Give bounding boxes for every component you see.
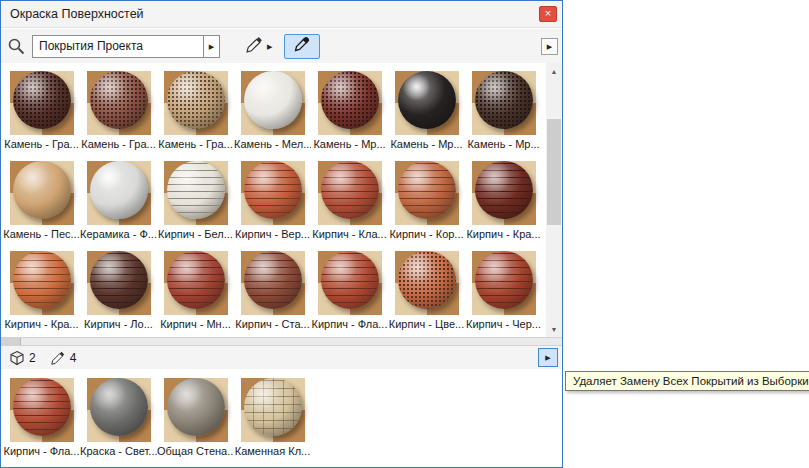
surface-cell[interactable]: Каменная Кл...: [234, 369, 311, 459]
material-sphere-icon: [167, 161, 225, 219]
surface-cell[interactable]: Краска - Свет...: [80, 369, 157, 459]
surface-label: Кирпич - Цве...: [388, 318, 465, 330]
surface-thumbnail: [164, 251, 228, 315]
surface-cell[interactable]: Кирпич - Цве...: [388, 243, 465, 333]
material-sphere-icon: [13, 378, 71, 436]
panel-options-button[interactable]: ▶: [541, 38, 558, 55]
surface-cell[interactable]: Камень - Гра...: [157, 63, 234, 153]
surface-thumbnail: [10, 251, 74, 315]
material-sphere-icon: [90, 251, 148, 309]
surface-label: Керамика - Ф...: [80, 228, 157, 240]
surface-cell[interactable]: Кирпич - Ло...: [80, 243, 157, 333]
catalog-dropdown-button[interactable]: ▶: [203, 35, 220, 58]
surface-label: Камень - Мел...: [234, 138, 311, 150]
surface-thumbnail: [395, 251, 459, 315]
surface-label: Кирпич - Чер...: [465, 318, 542, 330]
surface-cell[interactable]: Камень - Гра...: [80, 63, 157, 153]
paint-applicator-icon: [245, 35, 264, 58]
surface-cell[interactable]: Общая Стена...: [157, 369, 234, 459]
scroll-down-button[interactable]: ▼: [546, 321, 562, 337]
surface-thumbnail: [472, 251, 536, 315]
surface-cell[interactable]: Кирпич - Мн...: [157, 243, 234, 333]
material-sphere-icon: [398, 251, 456, 309]
surface-cell[interactable]: Кирпич - Кор...: [388, 153, 465, 243]
selection-grid: Кирпич - Фла...Краска - Свет...Общая Сте…: [1, 369, 562, 467]
dialog-title: Окраска Поверхностей: [10, 7, 539, 21]
remove-override-button[interactable]: ▶: [538, 348, 558, 367]
splitter-grip[interactable]: [1, 338, 21, 345]
surface-catalog-combo[interactable]: ▶: [32, 35, 220, 58]
surface-label: Камень - Гра...: [3, 138, 80, 150]
tooltip: Удаляет Замену Всех Покрытий из Выборки: [565, 371, 809, 391]
surface-label: Кирпич - Ло...: [80, 318, 157, 330]
surface-label: Кирпич - Мн...: [157, 318, 234, 330]
surface-cell[interactable]: Кирпич - Кра...: [3, 243, 80, 333]
surface-thumbnail: [318, 161, 382, 225]
surface-thumbnail: [10, 378, 74, 442]
scroll-up-button[interactable]: ▲: [546, 63, 562, 79]
panel-splitter[interactable]: [1, 337, 562, 346]
surface-label: Кирпич - Кла...: [311, 228, 388, 240]
material-sphere-icon: [167, 378, 225, 436]
arrow-up-icon: ▲: [551, 68, 558, 75]
dialog-window: Окраска Поверхностей × ▶: [0, 0, 563, 468]
surface-label: Камень - Пес...: [3, 228, 80, 240]
material-sphere-icon: [475, 71, 533, 129]
chevron-right-icon: ▶: [547, 43, 552, 50]
surface-label: Кирпич - Кра...: [465, 228, 542, 240]
surface-cell[interactable]: Кирпич - Фла...: [3, 369, 80, 459]
surface-thumbnail: [318, 71, 382, 135]
surface-cell[interactable]: Камень - Мр...: [311, 63, 388, 153]
surface-cell[interactable]: Кирпич - Фла...: [311, 243, 388, 333]
search-icon: [7, 37, 26, 56]
surface-cell[interactable]: Камень - Мел...: [234, 63, 311, 153]
surface-thumbnail: [164, 71, 228, 135]
surface-label: Камень - Мр...: [388, 138, 465, 150]
surface-label: Камень - Мр...: [465, 138, 542, 150]
material-sphere-icon: [398, 161, 456, 219]
surface-label: Общая Стена...: [157, 445, 234, 457]
material-sphere-icon: [321, 251, 379, 309]
selection-info-bar: 2 4 ▶: [1, 346, 562, 369]
surface-cell[interactable]: Керамика - Ф...: [80, 153, 157, 243]
chevron-right-icon: ▶: [545, 354, 550, 361]
surface-thumbnail: [472, 161, 536, 225]
surface-thumbnail: [241, 378, 305, 442]
surface-label: Кирпич - Кра...: [3, 318, 80, 330]
surface-cell[interactable]: Кирпич - Кла...: [311, 153, 388, 243]
eyedropper-button[interactable]: [284, 34, 320, 59]
surface-thumbnail: [241, 161, 305, 225]
surface-cell[interactable]: Камень - Мр...: [465, 63, 542, 153]
chevron-right-icon: ▶: [209, 43, 214, 50]
toolbar: ▶ ▶: [1, 29, 562, 63]
surface-label: Кирпич - Ста...: [234, 318, 311, 330]
surface-cell[interactable]: Кирпич - Вер...: [234, 153, 311, 243]
material-sphere-icon: [13, 161, 71, 219]
material-sphere-icon: [398, 71, 456, 129]
material-sphere-icon: [475, 161, 533, 219]
surface-label: Камень - Гра...: [157, 138, 234, 150]
arrow-down-icon: ▼: [551, 326, 558, 333]
title-bar[interactable]: Окраска Поверхностей ×: [1, 1, 562, 28]
selected-elements-count: 2: [29, 351, 36, 365]
surface-catalog-input[interactable]: [32, 35, 203, 58]
apply-surface-tool-button[interactable]: ▶: [242, 33, 275, 59]
surface-label: Кирпич - Фла...: [311, 318, 388, 330]
surface-thumbnail: [10, 71, 74, 135]
surface-cell[interactable]: Камень - Пес...: [3, 153, 80, 243]
surface-cell[interactable]: Кирпич - Ста...: [234, 243, 311, 333]
close-button[interactable]: ×: [539, 6, 557, 22]
material-sphere-icon: [13, 251, 71, 309]
surface-cell[interactable]: Кирпич - Бел...: [157, 153, 234, 243]
surface-cell[interactable]: Камень - Гра...: [3, 63, 80, 153]
surface-thumbnail: [87, 378, 151, 442]
material-sphere-icon: [244, 161, 302, 219]
scrollbar-thumb[interactable]: [547, 119, 561, 225]
vertical-scrollbar[interactable]: ▲ ▼: [546, 63, 562, 337]
surface-cell[interactable]: Камень - Мр...: [388, 63, 465, 153]
surface-cell[interactable]: Кирпич - Чер...: [465, 243, 542, 333]
material-sphere-icon: [244, 71, 302, 129]
material-sphere-icon: [13, 71, 71, 129]
surface-thumbnail: [241, 71, 305, 135]
surface-cell[interactable]: Кирпич - Кра...: [465, 153, 542, 243]
